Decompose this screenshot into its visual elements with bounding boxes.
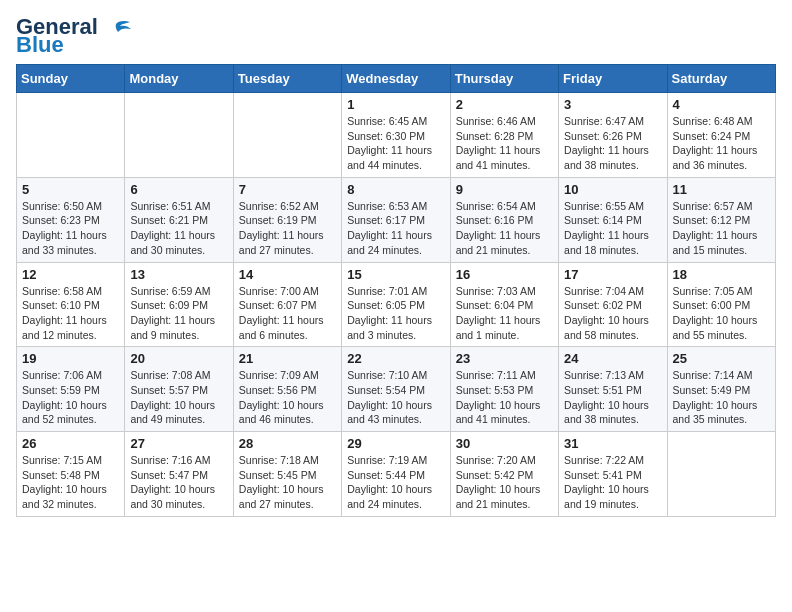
col-header-sunday: Sunday <box>17 65 125 93</box>
calendar-cell: 20Sunrise: 7:08 AM Sunset: 5:57 PM Dayli… <box>125 347 233 432</box>
day-number: 12 <box>22 267 119 282</box>
day-number: 3 <box>564 97 661 112</box>
day-info: Sunrise: 7:08 AM Sunset: 5:57 PM Dayligh… <box>130 368 227 427</box>
day-info: Sunrise: 7:20 AM Sunset: 5:42 PM Dayligh… <box>456 453 553 512</box>
calendar-cell: 8Sunrise: 6:53 AM Sunset: 6:17 PM Daylig… <box>342 177 450 262</box>
day-info: Sunrise: 6:57 AM Sunset: 6:12 PM Dayligh… <box>673 199 770 258</box>
day-number: 22 <box>347 351 444 366</box>
day-info: Sunrise: 7:03 AM Sunset: 6:04 PM Dayligh… <box>456 284 553 343</box>
day-number: 5 <box>22 182 119 197</box>
day-number: 2 <box>456 97 553 112</box>
col-header-friday: Friday <box>559 65 667 93</box>
day-info: Sunrise: 6:52 AM Sunset: 6:19 PM Dayligh… <box>239 199 336 258</box>
calendar-cell: 25Sunrise: 7:14 AM Sunset: 5:49 PM Dayli… <box>667 347 775 432</box>
day-number: 17 <box>564 267 661 282</box>
day-number: 25 <box>673 351 770 366</box>
day-info: Sunrise: 6:53 AM Sunset: 6:17 PM Dayligh… <box>347 199 444 258</box>
day-number: 6 <box>130 182 227 197</box>
day-info: Sunrise: 7:22 AM Sunset: 5:41 PM Dayligh… <box>564 453 661 512</box>
day-number: 27 <box>130 436 227 451</box>
day-number: 19 <box>22 351 119 366</box>
day-info: Sunrise: 6:45 AM Sunset: 6:30 PM Dayligh… <box>347 114 444 173</box>
day-number: 15 <box>347 267 444 282</box>
day-number: 13 <box>130 267 227 282</box>
day-info: Sunrise: 7:11 AM Sunset: 5:53 PM Dayligh… <box>456 368 553 427</box>
calendar-cell: 3Sunrise: 6:47 AM Sunset: 6:26 PM Daylig… <box>559 93 667 178</box>
day-info: Sunrise: 7:00 AM Sunset: 6:07 PM Dayligh… <box>239 284 336 343</box>
page-header: GeneralBlue <box>16 16 776 56</box>
col-header-tuesday: Tuesday <box>233 65 341 93</box>
calendar-cell: 19Sunrise: 7:06 AM Sunset: 5:59 PM Dayli… <box>17 347 125 432</box>
logo: GeneralBlue <box>16 16 132 56</box>
calendar-cell: 16Sunrise: 7:03 AM Sunset: 6:04 PM Dayli… <box>450 262 558 347</box>
col-header-saturday: Saturday <box>667 65 775 93</box>
day-number: 11 <box>673 182 770 197</box>
day-info: Sunrise: 6:54 AM Sunset: 6:16 PM Dayligh… <box>456 199 553 258</box>
day-number: 9 <box>456 182 553 197</box>
calendar-cell: 23Sunrise: 7:11 AM Sunset: 5:53 PM Dayli… <box>450 347 558 432</box>
calendar-week-row: 1Sunrise: 6:45 AM Sunset: 6:30 PM Daylig… <box>17 93 776 178</box>
calendar-cell: 28Sunrise: 7:18 AM Sunset: 5:45 PM Dayli… <box>233 432 341 517</box>
day-number: 7 <box>239 182 336 197</box>
day-number: 23 <box>456 351 553 366</box>
calendar-cell: 12Sunrise: 6:58 AM Sunset: 6:10 PM Dayli… <box>17 262 125 347</box>
day-info: Sunrise: 6:46 AM Sunset: 6:28 PM Dayligh… <box>456 114 553 173</box>
day-info: Sunrise: 7:14 AM Sunset: 5:49 PM Dayligh… <box>673 368 770 427</box>
calendar-cell: 22Sunrise: 7:10 AM Sunset: 5:54 PM Dayli… <box>342 347 450 432</box>
day-info: Sunrise: 7:10 AM Sunset: 5:54 PM Dayligh… <box>347 368 444 427</box>
calendar-header-row: SundayMondayTuesdayWednesdayThursdayFrid… <box>17 65 776 93</box>
day-number: 10 <box>564 182 661 197</box>
day-info: Sunrise: 6:58 AM Sunset: 6:10 PM Dayligh… <box>22 284 119 343</box>
day-info: Sunrise: 6:55 AM Sunset: 6:14 PM Dayligh… <box>564 199 661 258</box>
calendar-cell <box>667 432 775 517</box>
day-info: Sunrise: 7:05 AM Sunset: 6:00 PM Dayligh… <box>673 284 770 343</box>
calendar-cell: 13Sunrise: 6:59 AM Sunset: 6:09 PM Dayli… <box>125 262 233 347</box>
calendar-cell: 15Sunrise: 7:01 AM Sunset: 6:05 PM Dayli… <box>342 262 450 347</box>
day-info: Sunrise: 7:04 AM Sunset: 6:02 PM Dayligh… <box>564 284 661 343</box>
day-number: 8 <box>347 182 444 197</box>
calendar-cell: 1Sunrise: 6:45 AM Sunset: 6:30 PM Daylig… <box>342 93 450 178</box>
calendar-cell <box>17 93 125 178</box>
day-number: 24 <box>564 351 661 366</box>
calendar-cell: 27Sunrise: 7:16 AM Sunset: 5:47 PM Dayli… <box>125 432 233 517</box>
day-info: Sunrise: 7:09 AM Sunset: 5:56 PM Dayligh… <box>239 368 336 427</box>
calendar-cell <box>233 93 341 178</box>
day-number: 29 <box>347 436 444 451</box>
calendar-cell: 2Sunrise: 6:46 AM Sunset: 6:28 PM Daylig… <box>450 93 558 178</box>
day-info: Sunrise: 6:48 AM Sunset: 6:24 PM Dayligh… <box>673 114 770 173</box>
day-info: Sunrise: 6:51 AM Sunset: 6:21 PM Dayligh… <box>130 199 227 258</box>
day-info: Sunrise: 6:47 AM Sunset: 6:26 PM Dayligh… <box>564 114 661 173</box>
day-number: 4 <box>673 97 770 112</box>
day-number: 1 <box>347 97 444 112</box>
calendar-cell: 26Sunrise: 7:15 AM Sunset: 5:48 PM Dayli… <box>17 432 125 517</box>
day-info: Sunrise: 6:59 AM Sunset: 6:09 PM Dayligh… <box>130 284 227 343</box>
calendar-cell: 9Sunrise: 6:54 AM Sunset: 6:16 PM Daylig… <box>450 177 558 262</box>
calendar-week-row: 5Sunrise: 6:50 AM Sunset: 6:23 PM Daylig… <box>17 177 776 262</box>
day-info: Sunrise: 6:50 AM Sunset: 6:23 PM Dayligh… <box>22 199 119 258</box>
calendar-week-row: 12Sunrise: 6:58 AM Sunset: 6:10 PM Dayli… <box>17 262 776 347</box>
day-number: 28 <box>239 436 336 451</box>
calendar-cell: 10Sunrise: 6:55 AM Sunset: 6:14 PM Dayli… <box>559 177 667 262</box>
calendar-cell: 29Sunrise: 7:19 AM Sunset: 5:44 PM Dayli… <box>342 432 450 517</box>
day-info: Sunrise: 7:16 AM Sunset: 5:47 PM Dayligh… <box>130 453 227 512</box>
day-number: 21 <box>239 351 336 366</box>
day-info: Sunrise: 7:18 AM Sunset: 5:45 PM Dayligh… <box>239 453 336 512</box>
day-number: 26 <box>22 436 119 451</box>
day-number: 18 <box>673 267 770 282</box>
calendar-cell: 14Sunrise: 7:00 AM Sunset: 6:07 PM Dayli… <box>233 262 341 347</box>
day-number: 20 <box>130 351 227 366</box>
day-info: Sunrise: 7:06 AM Sunset: 5:59 PM Dayligh… <box>22 368 119 427</box>
day-info: Sunrise: 7:13 AM Sunset: 5:51 PM Dayligh… <box>564 368 661 427</box>
calendar-week-row: 19Sunrise: 7:06 AM Sunset: 5:59 PM Dayli… <box>17 347 776 432</box>
calendar-week-row: 26Sunrise: 7:15 AM Sunset: 5:48 PM Dayli… <box>17 432 776 517</box>
day-number: 31 <box>564 436 661 451</box>
calendar-cell: 17Sunrise: 7:04 AM Sunset: 6:02 PM Dayli… <box>559 262 667 347</box>
day-info: Sunrise: 7:15 AM Sunset: 5:48 PM Dayligh… <box>22 453 119 512</box>
day-number: 30 <box>456 436 553 451</box>
day-info: Sunrise: 7:19 AM Sunset: 5:44 PM Dayligh… <box>347 453 444 512</box>
logo-text: GeneralBlue <box>16 16 98 56</box>
calendar-cell <box>125 93 233 178</box>
day-number: 16 <box>456 267 553 282</box>
calendar-cell: 5Sunrise: 6:50 AM Sunset: 6:23 PM Daylig… <box>17 177 125 262</box>
calendar-cell: 18Sunrise: 7:05 AM Sunset: 6:00 PM Dayli… <box>667 262 775 347</box>
